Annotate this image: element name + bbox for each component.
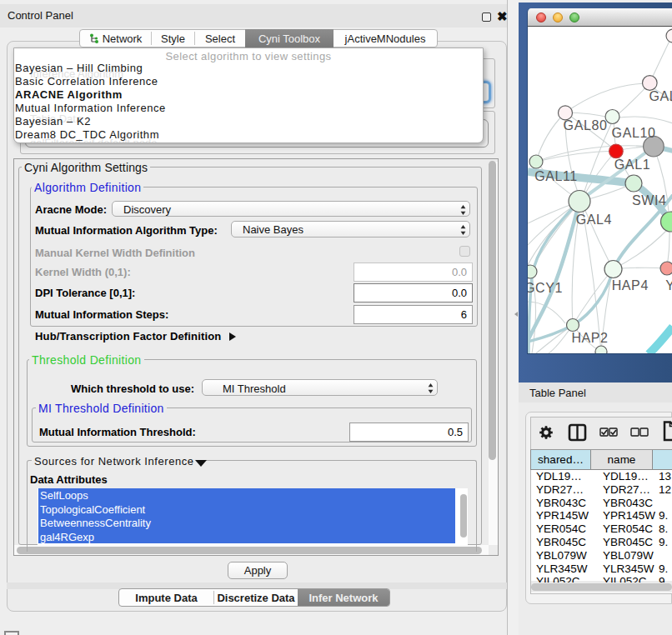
svg-text:HAP2: HAP2 [571, 331, 608, 345]
svg-text:GAL11: GAL11 [534, 169, 578, 183]
svg-text:SWI4: SWI4 [632, 193, 667, 208]
svg-text:GAL80: GAL80 [564, 118, 608, 132]
svg-text:GAL10: GAL10 [612, 126, 656, 140]
svg-text:GAL7: GAL7 [649, 89, 672, 103]
svg-text:Y: Y [665, 278, 672, 292]
svg-text:HAP4: HAP4 [612, 278, 649, 292]
svg-text:GAL1: GAL1 [614, 158, 650, 172]
svg-text:GAL4: GAL4 [576, 212, 612, 227]
svg-text:GCY1: GCY1 [528, 281, 563, 295]
